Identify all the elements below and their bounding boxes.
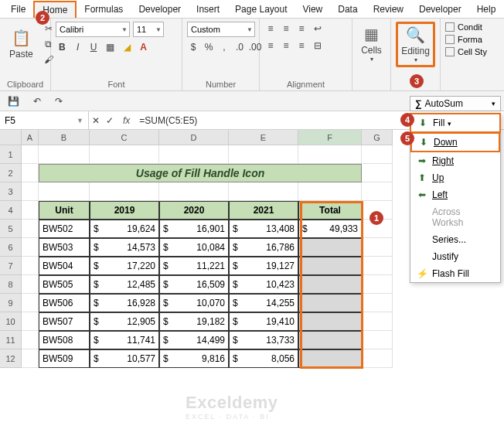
cell[interactable]: [362, 164, 393, 182]
row-header[interactable]: 1: [0, 145, 22, 164]
row-header[interactable]: 7: [0, 257, 22, 275]
cell[interactable]: $12,905: [90, 312, 159, 331]
undo-button[interactable]: ↶: [30, 94, 44, 108]
cell[interactable]: [22, 312, 39, 331]
row-header[interactable]: 5: [0, 220, 22, 238]
cell[interactable]: BW509: [39, 349, 90, 368]
tab-view[interactable]: View: [295, 2, 330, 17]
cell[interactable]: $16,786: [229, 238, 298, 257]
tab-file[interactable]: File: [3, 2, 33, 17]
cell[interactable]: BW503: [39, 238, 90, 257]
fill-color-button[interactable]: ◢: [121, 40, 134, 54]
cell[interactable]: [298, 294, 362, 312]
cell[interactable]: [229, 145, 298, 164]
conditional-formatting-button[interactable]: Condit: [445, 22, 490, 32]
cell[interactable]: $16,901: [159, 220, 229, 238]
row-header[interactable]: 8: [0, 275, 22, 294]
autosum-item[interactable]: ∑ AutoSum ▾: [410, 96, 501, 111]
row-header[interactable]: 11: [0, 331, 22, 349]
border-button[interactable]: ▦: [103, 40, 117, 54]
row-header[interactable]: 2: [0, 164, 22, 182]
col-header-F[interactable]: F: [298, 130, 362, 145]
row-header[interactable]: 4: [0, 201, 22, 220]
cell[interactable]: 2019: [90, 201, 159, 220]
select-all-corner[interactable]: [0, 130, 22, 145]
cell[interactable]: $14,255: [229, 294, 298, 312]
cell[interactable]: $10,423: [229, 275, 298, 294]
fill-up-item[interactable]: ⬆Up: [410, 169, 500, 186]
cell[interactable]: [362, 145, 393, 164]
row-header[interactable]: 10: [0, 312, 22, 331]
fill-left-item[interactable]: ⬅Left: [410, 186, 500, 203]
font-name-combo[interactable]: Calibri▼: [56, 22, 130, 37]
cell[interactable]: [362, 331, 393, 349]
row-header[interactable]: 12: [0, 349, 22, 368]
tab-review[interactable]: Review: [366, 2, 411, 17]
tab-formulas[interactable]: Formulas: [77, 2, 131, 17]
cell[interactable]: [362, 294, 393, 312]
cell[interactable]: [362, 257, 393, 275]
tab-developer[interactable]: Developer: [131, 2, 189, 17]
redo-button[interactable]: ↷: [52, 94, 66, 108]
cell[interactable]: $16,928: [90, 294, 159, 312]
cell[interactable]: BW504: [39, 257, 90, 275]
cell[interactable]: [159, 145, 229, 164]
fill-justify-item[interactable]: Justify: [410, 248, 500, 265]
cell[interactable]: 2021: [229, 201, 298, 220]
format-table-button[interactable]: Forma: [445, 34, 490, 45]
name-box[interactable]: F5 ▼: [0, 111, 89, 129]
merge-button[interactable]: ⊟: [311, 39, 325, 53]
number-format-combo[interactable]: Custom▼: [187, 22, 255, 37]
cell[interactable]: [22, 349, 39, 368]
cell[interactable]: $13,733: [229, 331, 298, 349]
cell[interactable]: 2020: [159, 201, 229, 220]
cell[interactable]: [22, 257, 39, 275]
cell[interactable]: [22, 331, 39, 349]
cell[interactable]: [90, 145, 159, 164]
col-header-A[interactable]: A: [22, 130, 39, 145]
cell[interactable]: $11,741: [90, 331, 159, 349]
cell[interactable]: BW507: [39, 312, 90, 331]
enter-formula-button[interactable]: ✓: [103, 114, 117, 128]
percent-button[interactable]: %: [203, 40, 215, 54]
font-size-combo[interactable]: 11▼: [133, 22, 164, 37]
cell[interactable]: [39, 182, 90, 201]
fill-series-item[interactable]: Series...: [410, 231, 500, 248]
cell[interactable]: [298, 349, 362, 368]
cell[interactable]: [22, 238, 39, 257]
cell[interactable]: $19,410: [229, 312, 298, 331]
col-header-E[interactable]: E: [229, 130, 298, 145]
cell[interactable]: [362, 182, 393, 201]
cell[interactable]: BW505: [39, 275, 90, 294]
cell[interactable]: $10,577: [90, 349, 159, 368]
cell[interactable]: BW502: [39, 220, 90, 238]
font-color-button[interactable]: A: [137, 40, 150, 54]
cell[interactable]: [159, 182, 229, 201]
tab-page-layout[interactable]: Page Layout: [227, 2, 295, 17]
cell[interactable]: [298, 238, 362, 257]
cell[interactable]: [362, 349, 393, 368]
cell[interactable]: $13,408: [229, 220, 298, 238]
cell[interactable]: [22, 220, 39, 238]
cell[interactable]: [298, 275, 362, 294]
paste-button[interactable]: 📋 Paste: [5, 26, 38, 63]
cell[interactable]: BW506: [39, 294, 90, 312]
row-header[interactable]: 6: [0, 238, 22, 257]
cell[interactable]: [298, 145, 362, 164]
cell[interactable]: [362, 275, 393, 294]
align-left-button[interactable]: ≡: [264, 39, 277, 53]
cell[interactable]: $19,624: [90, 220, 159, 238]
tab-data[interactable]: Data: [330, 2, 365, 17]
col-header-B[interactable]: B: [39, 130, 90, 145]
underline-button[interactable]: U: [87, 40, 100, 54]
col-header-G[interactable]: G: [362, 130, 393, 145]
align-middle-button[interactable]: ≡: [280, 22, 292, 36]
cell[interactable]: Total: [298, 201, 362, 220]
cell[interactable]: [298, 331, 362, 349]
align-center-button[interactable]: ≡: [280, 39, 292, 53]
align-top-button[interactable]: ≡: [264, 22, 277, 36]
cell[interactable]: $10,070: [159, 294, 229, 312]
cell[interactable]: $9,816: [159, 349, 229, 368]
increase-decimal-button[interactable]: .0: [233, 40, 246, 54]
col-header-D[interactable]: D: [159, 130, 229, 145]
